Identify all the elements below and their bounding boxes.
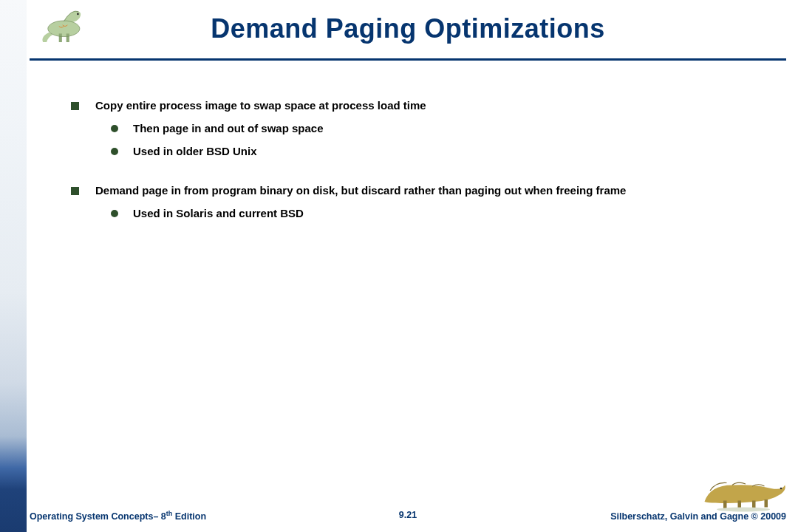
svg-rect-7 bbox=[752, 501, 756, 509]
bullet-level2: Used in Solaris and current BSD bbox=[111, 207, 768, 219]
footer-book-sup: th bbox=[166, 510, 173, 517]
footer-book-title: Operating System Concepts– 8th Edition bbox=[30, 510, 206, 522]
svg-rect-6 bbox=[738, 501, 742, 509]
bullet-group: Demand page in from program binary on di… bbox=[71, 184, 768, 219]
svg-rect-5 bbox=[723, 501, 727, 509]
sublist: Used in Solaris and current BSD bbox=[111, 207, 768, 219]
dinosaur-bottom-icon bbox=[699, 468, 788, 513]
footer-copyright: Silberschatz, Galvin and Gagne © 20009 bbox=[610, 511, 786, 522]
svg-rect-8 bbox=[765, 499, 768, 508]
bullet-text: Copy entire process image to swap space … bbox=[95, 99, 426, 112]
bullet-text: Used in older BSD Unix bbox=[133, 145, 257, 157]
circle-bullet-icon bbox=[111, 125, 118, 132]
svg-point-9 bbox=[780, 488, 782, 490]
footer-page-number: 9.21 bbox=[399, 510, 417, 520]
bullet-level2: Then page in and out of swap space bbox=[111, 122, 768, 134]
footer-book-suffix: Edition bbox=[172, 511, 206, 522]
bullet-text: Used in Solaris and current BSD bbox=[133, 207, 304, 219]
circle-bullet-icon bbox=[111, 148, 118, 155]
footer: Operating System Concepts– 8th Edition 9… bbox=[30, 510, 786, 525]
slide: Demand Paging Optimizations Copy entire … bbox=[0, 0, 798, 532]
circle-bullet-icon bbox=[111, 210, 118, 217]
slide-title: Demand Paging Optimizations bbox=[30, 7, 786, 44]
square-bullet-icon bbox=[71, 102, 79, 110]
square-bullet-icon bbox=[71, 187, 79, 195]
sublist: Then page in and out of swap space Used … bbox=[111, 122, 768, 157]
bullet-text: Then page in and out of swap space bbox=[133, 122, 324, 134]
bullet-text: Demand page in from program binary on di… bbox=[95, 184, 626, 197]
bullet-level2: Used in older BSD Unix bbox=[111, 145, 768, 157]
footer-book-prefix: Operating System Concepts– 8 bbox=[30, 511, 166, 522]
title-area: Demand Paging Optimizations bbox=[30, 7, 786, 61]
bullet-level1: Copy entire process image to swap space … bbox=[71, 99, 768, 112]
left-gradient-stripe bbox=[0, 0, 27, 532]
content-area: Copy entire process image to swap space … bbox=[71, 99, 768, 230]
bullet-level1: Demand page in from program binary on di… bbox=[71, 184, 768, 197]
